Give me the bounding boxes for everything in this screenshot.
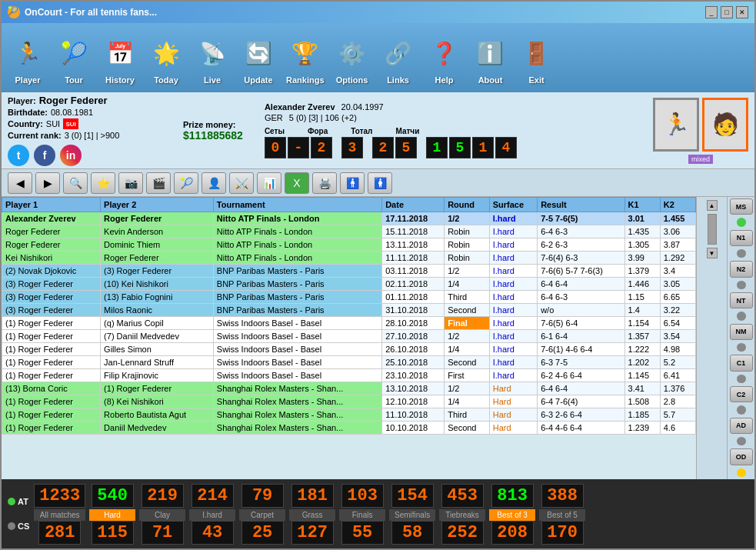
prize-row: Prize money: — [183, 120, 235, 129]
cell-result: 7-6(1) 4-6 6-4 — [538, 343, 624, 356]
stat-box-2[interactable]: 219Clay71 — [139, 484, 185, 545]
stat-label: Best of 5 — [539, 509, 585, 521]
stat-box-4[interactable]: 79Carpet25 — [239, 484, 285, 545]
cs-row: CS — [8, 522, 29, 531]
table-row[interactable]: (1) Roger FedererJan-Lennard StruffSwiss… — [2, 356, 696, 369]
table-row[interactable]: (3) Roger Federer(13) Fabio FogniniBNP P… — [2, 291, 696, 304]
table-row[interactable]: Roger FedererKevin AndersonNitto ATP Fin… — [2, 225, 696, 238]
cell-k1: 1.357 — [624, 330, 660, 343]
print-button[interactable]: 🖨️ — [312, 172, 337, 194]
cell-tournament: BNP Paribas Masters - Paris — [213, 278, 381, 291]
matches-digit-3: 1 — [472, 137, 494, 158]
table-row[interactable]: Kei NishikoriRoger FedererNitto ATP Fina… — [2, 252, 696, 265]
photo-button[interactable]: 📷 — [118, 172, 143, 194]
back-button[interactable]: ◀ — [8, 172, 32, 194]
c1-button[interactable]: C1 — [730, 355, 753, 371]
opponent-row: Alexander Zverev 20.04.1997 — [265, 102, 517, 112]
ad-button[interactable]: AD — [730, 418, 753, 434]
cell-tournament: Swiss Indoors Basel - Basel — [213, 369, 381, 382]
od-button[interactable]: OD — [730, 448, 753, 465]
n1-button[interactable]: N1 — [730, 230, 753, 246]
cell-k2: 4.98 — [660, 343, 695, 356]
compare-button[interactable]: ⚔️ — [229, 172, 254, 194]
table-row[interactable]: Roger FedererDominic ThiemNitto ATP Fina… — [2, 238, 696, 252]
mixed-label: mixed — [688, 155, 713, 164]
twitter-icon[interactable]: t — [8, 145, 29, 166]
stat-box-5[interactable]: 181Grass127 — [289, 484, 335, 545]
cell-result: 6-2 4-6 6-4 — [538, 369, 624, 382]
cell-date: 27.10.2018 — [382, 330, 445, 343]
table-container: Player 1 Player 2 Tournament Date Round … — [2, 197, 754, 479]
table-row[interactable]: (3) Roger FedererMilos RaonicBNP Paribas… — [2, 304, 696, 317]
table-row[interactable]: (1) Roger FedererDaniil MedvedevShanghai… — [2, 422, 696, 435]
minimize-button[interactable]: _ — [705, 6, 718, 18]
toolbar-tour[interactable]: 🎾 Tour — [52, 29, 95, 86]
n2-button[interactable]: N2 — [730, 261, 753, 277]
cell-result: 6-3 7-5 — [538, 356, 624, 369]
table-row[interactable]: (13) Borna Coric(1) Roger FedererShangha… — [2, 382, 696, 395]
toolbar-links[interactable]: 🔗 Links — [377, 29, 420, 86]
about-icon: ℹ️ — [472, 31, 509, 75]
excel-button[interactable]: X — [285, 172, 309, 194]
table-row[interactable]: Alexander ZverevRoger FedererNitto ATP F… — [2, 212, 696, 225]
player-avatar-m[interactable]: 🏃 — [653, 98, 699, 152]
stat-box-3[interactable]: 214I.hard43 — [189, 484, 235, 545]
stat-box-10[interactable]: 388Best of 5170 — [539, 484, 585, 545]
racket-button[interactable]: 🎾 — [174, 172, 198, 194]
toolbar-today[interactable]: 🌟 Today — [145, 29, 188, 86]
toolbar-player[interactable]: 🏃 Player — [6, 29, 49, 86]
toolbar-update[interactable]: 🔄 Update — [237, 29, 280, 86]
forward-button[interactable]: ▶ — [35, 172, 60, 194]
table-row[interactable]: (1) Roger FedererGilles SimonSwiss Indoo… — [2, 343, 696, 356]
facebook-icon[interactable]: f — [34, 145, 55, 166]
c2-button[interactable]: C2 — [730, 386, 753, 402]
toolbar-options[interactable]: ⚙️ Options — [331, 29, 374, 86]
video-button[interactable]: 🎬 — [146, 172, 171, 194]
toolbar-exit[interactable]: 🚪 Exit — [515, 29, 558, 86]
toolbar-help[interactable]: ❓ Help — [423, 29, 466, 86]
toolbar-history[interactable]: 📅 History — [98, 29, 142, 86]
stat-box-6[interactable]: 103Finals55 — [339, 484, 385, 545]
stat-box-7[interactable]: 154Semifinals58 — [389, 484, 435, 545]
table-row[interactable]: (3) Roger Federer(10) Kei NishikoriBNP P… — [2, 278, 696, 291]
table-row[interactable]: (1) Roger FedererRoberto Bautista AgutSh… — [2, 408, 696, 422]
player-ctrl-button[interactable]: 👤 — [201, 172, 226, 194]
scroll-thumb[interactable] — [708, 214, 717, 245]
table-row[interactable]: (1) Roger Federer(q) Marius CopilSwiss I… — [2, 317, 696, 330]
search-button[interactable]: 🔍 — [63, 172, 88, 194]
cell-round: 1/2 — [445, 330, 490, 343]
woman-button[interactable]: 🚺 — [368, 172, 392, 194]
close-button[interactable]: ✕ — [736, 6, 748, 18]
stat-box-8[interactable]: 453Tiebreaks252 — [439, 484, 485, 545]
cell-tournament: Swiss Indoors Basel - Basel — [213, 330, 381, 343]
instagram-icon[interactable]: in — [60, 145, 82, 166]
avatars-row: 🏃 🧑 — [653, 98, 748, 152]
cell-date: 03.11.2018 — [382, 265, 445, 278]
toolbar-about[interactable]: ℹ️ About — [469, 29, 512, 86]
table-row[interactable]: (1) Roger Federer(7) Daniil MedvedevSwis… — [2, 330, 696, 343]
n1-dot — [737, 249, 746, 258]
cell-date: 13.11.2018 — [382, 238, 445, 252]
nt-button[interactable]: NT — [730, 292, 753, 308]
table-row[interactable]: (1) Roger FedererFilip KrajinovicSwiss I… — [2, 369, 696, 382]
table-row[interactable]: (1) Roger Federer(8) Kei NishikoriShangh… — [2, 395, 696, 408]
scroll-down-button[interactable]: ▼ — [707, 248, 718, 258]
fora-header: Фора — [308, 127, 328, 135]
player-avatar-f[interactable]: 🧑 — [702, 98, 748, 152]
cell-tournament: Swiss Indoors Basel - Basel — [213, 356, 381, 369]
stat-box-9[interactable]: 813Best of 3208 — [489, 484, 535, 545]
maximize-button[interactable]: □ — [721, 6, 733, 18]
man-button[interactable]: 🚹 — [340, 172, 365, 194]
star-button[interactable]: ⭐ — [91, 172, 115, 194]
chart-button[interactable]: 📊 — [257, 172, 281, 194]
stat-box-0[interactable]: 1233All matches281 — [34, 484, 85, 545]
stat-box-1[interactable]: 540Hard115 — [89, 484, 135, 545]
main-table-area[interactable]: Player 1 Player 2 Tournament Date Round … — [2, 197, 696, 479]
cell-result: 6-3 2-6 6-4 — [538, 408, 624, 422]
toolbar-live[interactable]: 📡 Live — [191, 29, 234, 86]
table-row[interactable]: (2) Novak Djokovic(3) Roger FedererBNP P… — [2, 265, 696, 278]
toolbar-rankings[interactable]: 🏆 Rankings — [283, 29, 328, 86]
ms-button[interactable]: MS — [730, 198, 753, 215]
scroll-up-button[interactable]: ▲ — [707, 200, 718, 211]
nm-button[interactable]: NM — [730, 324, 753, 340]
